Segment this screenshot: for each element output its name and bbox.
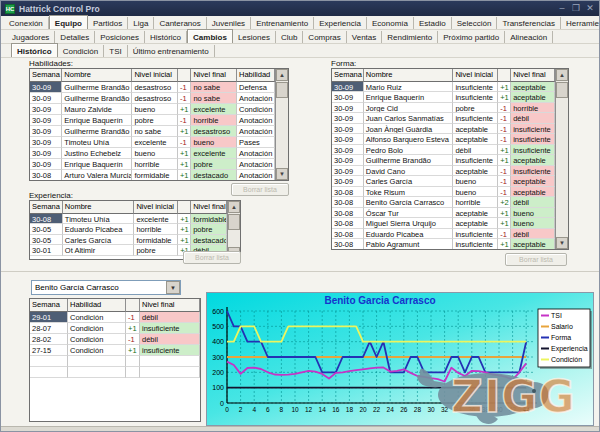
table-cell: 30-09	[30, 126, 62, 137]
table-cell: pobre	[191, 224, 227, 235]
scroll-track[interactable]	[276, 98, 288, 168]
table-row[interactable]: 30-05Carles Garcíaformidable+1destacado	[30, 235, 227, 246]
scroll-down-icon[interactable]: ▼	[556, 237, 568, 249]
tab-canteranos[interactable]: Canteranos	[154, 17, 206, 29]
table-row[interactable]: 30-09Enrique Baqueríninsuficiente+1acept…	[332, 92, 555, 103]
table-row[interactable]: 30-09Alfonso Barquero Estevaaceptable-1i…	[332, 134, 555, 145]
minimize-button[interactable]: –	[555, 2, 569, 15]
table-row[interactable]: 30-05Eduardo Picabeahorrible+1pobre	[30, 224, 227, 235]
vertical-scrollbar[interactable]: ▲▼	[275, 69, 288, 180]
tab-alineaci-n[interactable]: Alineación	[505, 31, 553, 43]
table-row[interactable]: 30-09Juan Carlos Sanmatíasinsuficiente-1…	[332, 113, 555, 124]
tab-lesiones[interactable]: Lesiones	[233, 31, 276, 43]
table-row[interactable]: 30-09David Canoaceptable-1insuficiente	[332, 166, 555, 177]
table-row[interactable]: 30-09Enrique Baquerínhorrible+1pobreAnot…	[30, 159, 275, 170]
svg-text:22: 22	[373, 406, 381, 413]
table-row[interactable]: 30-09Guilherme Brandãono sabe+1desastros…	[30, 126, 275, 137]
table-row[interactable]: 27-15Condición+1insuficiente	[30, 345, 200, 356]
table-row[interactable]: 30-08Timoteu Uhíaexcelente+1formidable	[30, 214, 227, 225]
scroll-up-icon[interactable]: ▲	[228, 201, 240, 213]
chevron-down-icon[interactable]: ▼	[166, 281, 180, 294]
table-row[interactable]: 30-09Guilherme Brandãodesastroso-1no sab…	[30, 82, 275, 93]
table-row[interactable]: 28-02Condición-1débil	[30, 334, 200, 345]
habilidades-table[interactable]: SemanaNombreNivel inicialNivel finalHabi…	[29, 68, 289, 181]
table-row[interactable]: 28-07Condición+1insuficiente	[30, 323, 200, 334]
tab-cambios[interactable]: Cambios	[187, 29, 233, 43]
table-row[interactable]: 30-09Mario Ruizinsuficiente+1aceptable	[332, 82, 555, 93]
tab-rendimiento[interactable]: Rendimiento	[382, 31, 438, 43]
table-cell: no sabe	[191, 93, 237, 104]
window-bottom-edge	[1, 426, 600, 432]
table-row[interactable]: 30-09Justino Echebelzbueno+1excelenteAno…	[30, 148, 275, 159]
tab-detalles[interactable]: Detalles	[55, 31, 95, 43]
tab-transferencias[interactable]: Transferencias	[497, 17, 561, 29]
table-row[interactable]: 30-09Timoteu Uhíaexcelente-1buenoPases	[30, 137, 275, 148]
tab-condici-n[interactable]: Condición	[58, 45, 105, 57]
scroll-down-icon[interactable]: ▼	[276, 168, 288, 180]
table-row[interactable]: 30-09Pedro Bolodébil+1insuficiente	[332, 145, 555, 156]
table-row[interactable]	[30, 356, 200, 367]
tab-hist-rico[interactable]: Histórico	[145, 31, 187, 43]
tab-selecci-n[interactable]: Selección	[452, 17, 498, 29]
table-row[interactable]: 30-08Benito García Carrascohorrible+2déb…	[332, 197, 555, 208]
forma-clear-button[interactable]: Borrar lista	[505, 253, 567, 266]
tab-pr-ximo-partido[interactable]: Próximo partido	[438, 31, 505, 43]
table-row[interactable]: 30-09Jorge Cidpobre-1horrible	[332, 103, 555, 114]
table-cell: -1	[178, 115, 191, 126]
table-row[interactable]: 30-09Joan Àngel Guàrdiaaceptable-1insufi…	[332, 124, 555, 135]
close-button[interactable]: ✕	[583, 2, 597, 15]
table-cell: aceptable	[511, 155, 555, 166]
tab-club[interactable]: Club	[276, 31, 303, 43]
svg-text:Experiencia: Experiencia	[551, 345, 588, 353]
table-row[interactable]: 30-08Óscar Turaceptable+1bueno	[332, 208, 555, 219]
table-row[interactable]	[30, 367, 200, 378]
tab-jugadores[interactable]: Jugadores	[7, 31, 55, 43]
scroll-up-icon[interactable]: ▲	[556, 69, 568, 81]
tab-compras[interactable]: Compras	[303, 31, 346, 43]
habilidades-clear-button[interactable]: Borrar lista	[231, 183, 289, 196]
player-history-table[interactable]: SemanaHabilidadNivel final29-01Condición…	[29, 298, 201, 422]
player-select[interactable]: Benito García Carrasco ▼	[31, 280, 181, 295]
column-header	[178, 201, 191, 214]
table-row[interactable]: 30-09Mauro Zalvidebueno+1excelenteCondic…	[30, 104, 275, 115]
vertical-scrollbar[interactable]: ▲▼	[555, 69, 568, 249]
restore-button[interactable]: ❐	[569, 2, 583, 15]
tab-ventas[interactable]: Ventas	[347, 31, 382, 43]
table-row[interactable]: 30-08Arturo Valera Murciaformidable+1des…	[30, 170, 275, 180]
scroll-thumb[interactable]	[276, 82, 288, 98]
tab-estadio[interactable]: Estadio	[414, 17, 452, 29]
scroll-track[interactable]	[556, 98, 568, 237]
habilidades-label: Habilidades:	[29, 59, 73, 68]
scroll-thumb[interactable]	[228, 214, 240, 230]
table-row[interactable]: 30-08Miguel Sierra Urquijoaceptable+1bue…	[332, 218, 555, 229]
table-row[interactable]: 30-09Guilherme Brandãoinsuficiente+1acep…	[332, 155, 555, 166]
scroll-track[interactable]	[228, 230, 240, 247]
tab-hist-rico[interactable]: Histórico	[11, 43, 58, 57]
table-cell: 30-09	[332, 92, 364, 103]
table-row[interactable]: 30-08Toke Risumbueno-1aceptable	[332, 187, 555, 198]
table-row[interactable]: 30-09Guilherme Brandãodesastroso-1no sab…	[30, 93, 275, 104]
table-cell: desastroso	[191, 126, 237, 137]
table-row[interactable]: 29-01Condición-1débil	[30, 312, 200, 323]
table-row[interactable]: 30-08Pablo Agramuntinsuficiente+1aceptab…	[332, 239, 555, 249]
table-row[interactable]: 30-09Enrique Baquerínpobre-1horribleAnot…	[30, 115, 275, 126]
tab-equipo[interactable]: Equipo	[49, 15, 88, 29]
tab-partidos[interactable]: Partidos	[88, 17, 128, 29]
scroll-thumb[interactable]	[556, 82, 568, 98]
tab-entrenamiento[interactable]: Entrenamiento	[251, 17, 314, 29]
forma-table[interactable]: SemanaNombreNivel inicialNivel final30-0…	[331, 68, 569, 250]
tab-juveniles[interactable]: Juveniles	[207, 17, 251, 29]
tab-posiciones[interactable]: Posiciones	[95, 31, 145, 43]
tab-liga[interactable]: Liga	[128, 17, 154, 29]
tab-experiencia[interactable]: Experiencia	[314, 17, 367, 29]
tab-tsi[interactable]: TSI	[104, 45, 127, 57]
table-cell: Mario Ruiz	[364, 82, 454, 93]
tab-conexi-n[interactable]: Conexión	[4, 17, 49, 29]
tab--ltimo-entrenamiento[interactable]: Último entrenamiento	[128, 45, 215, 57]
table-row[interactable]: 30-08Eduardo Picabeainsuficiente-1débil	[332, 229, 555, 240]
scroll-up-icon[interactable]: ▲	[276, 69, 288, 81]
experiencia-clear-button[interactable]: Borrar lista	[183, 251, 241, 264]
tab-econom-a[interactable]: Economía	[367, 17, 414, 29]
tab-herramientas[interactable]: Herramientas	[561, 17, 600, 29]
table-row[interactable]: 30-09Carles Garcíabueno-1aceptable	[332, 176, 555, 187]
